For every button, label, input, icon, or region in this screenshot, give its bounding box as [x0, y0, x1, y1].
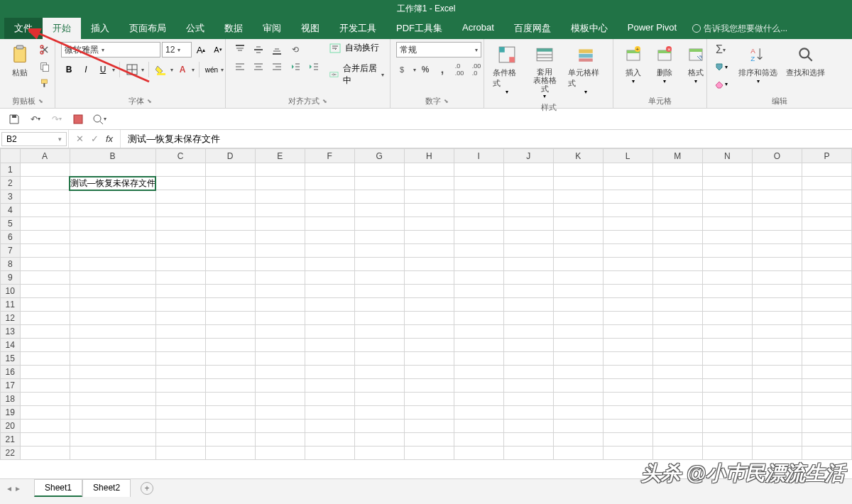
cell-M17[interactable]: [652, 379, 702, 393]
cell-L7[interactable]: [603, 244, 652, 258]
cell-L4[interactable]: [603, 204, 652, 217]
row-header-12[interactable]: 12: [1, 312, 21, 325]
tab-审阅[interactable]: 审阅: [253, 18, 291, 39]
cell-O14[interactable]: [752, 339, 802, 352]
cell-G11[interactable]: [354, 298, 404, 312]
cell-K13[interactable]: [553, 325, 603, 339]
undo-button[interactable]: ↶ ▾: [28, 112, 43, 126]
formula-input[interactable]: 测试—恢复未保存文件: [121, 133, 852, 146]
cell-K22[interactable]: [553, 447, 603, 460]
col-header-O[interactable]: O: [752, 149, 802, 163]
cell-K5[interactable]: [553, 217, 603, 231]
cell-O13[interactable]: [752, 325, 802, 339]
cell-I12[interactable]: [454, 312, 503, 325]
cell-B16[interactable]: [70, 366, 155, 379]
cell-B10[interactable]: [70, 285, 155, 298]
cell-G10[interactable]: [354, 285, 404, 298]
cell-J3[interactable]: [503, 190, 553, 204]
cell-I15[interactable]: [454, 352, 503, 366]
cell-E10[interactable]: [255, 285, 305, 298]
cell-E3[interactable]: [255, 190, 305, 204]
cell-J7[interactable]: [503, 244, 553, 258]
cell-N16[interactable]: [702, 366, 752, 379]
new-sheet-button[interactable]: +: [141, 482, 153, 495]
dialog-launcher-icon[interactable]: ⬊: [322, 98, 327, 104]
tab-数据[interactable]: 数据: [214, 18, 253, 39]
cell-F18[interactable]: [305, 393, 354, 406]
cell-B15[interactable]: [70, 352, 155, 366]
cell-P16[interactable]: [802, 366, 851, 379]
cell-O15[interactable]: [752, 352, 802, 366]
cell-H10[interactable]: [404, 285, 454, 298]
row-header-14[interactable]: 14: [1, 339, 21, 352]
cell-G19[interactable]: [354, 406, 404, 420]
cell-N5[interactable]: [702, 217, 752, 231]
cell-M4[interactable]: [652, 204, 702, 217]
cell-C1[interactable]: [155, 163, 205, 177]
tell-me[interactable]: 告诉我您想要做什么...: [692, 23, 787, 35]
cell-C19[interactable]: [155, 406, 205, 420]
cell-P22[interactable]: [802, 447, 851, 460]
decrease-decimal-button[interactable]: .00.0: [469, 62, 484, 77]
cell-H5[interactable]: [404, 217, 454, 231]
cell-B12[interactable]: [70, 312, 155, 325]
cell-F8[interactable]: [305, 258, 354, 271]
cell-K17[interactable]: [553, 379, 603, 393]
cell-O19[interactable]: [752, 406, 802, 420]
font-color-button[interactable]: A: [175, 62, 190, 77]
cell-J16[interactable]: [503, 366, 553, 379]
cell-K21[interactable]: [553, 433, 603, 447]
cell-G4[interactable]: [354, 204, 404, 217]
cell-K11[interactable]: [553, 298, 603, 312]
cell-F6[interactable]: [305, 231, 354, 244]
cell-A4[interactable]: [20, 204, 70, 217]
cell-P14[interactable]: [802, 339, 851, 352]
cell-D16[interactable]: [205, 366, 255, 379]
col-header-E[interactable]: E: [255, 149, 305, 163]
cell-O8[interactable]: [752, 258, 802, 271]
col-header-D[interactable]: D: [205, 149, 255, 163]
conditional-format-button[interactable]: 条件格式▾: [490, 42, 525, 97]
cell-J22[interactable]: [503, 447, 553, 460]
cell-K12[interactable]: [553, 312, 603, 325]
cell-G1[interactable]: [354, 163, 404, 177]
cell-I10[interactable]: [454, 285, 503, 298]
cell-G14[interactable]: [354, 339, 404, 352]
row-header-6[interactable]: 6: [1, 231, 21, 244]
cell-L11[interactable]: [603, 298, 652, 312]
col-header-B[interactable]: B: [70, 149, 155, 163]
cell-A20[interactable]: [20, 420, 70, 433]
cell-A13[interactable]: [20, 325, 70, 339]
cell-F1[interactable]: [305, 163, 354, 177]
cell-M15[interactable]: [652, 352, 702, 366]
cell-K8[interactable]: [553, 258, 603, 271]
col-header-H[interactable]: H: [404, 149, 454, 163]
cell-D17[interactable]: [205, 379, 255, 393]
cell-L12[interactable]: [603, 312, 652, 325]
cell-P7[interactable]: [802, 244, 851, 258]
cell-F4[interactable]: [305, 204, 354, 217]
cell-P1[interactable]: [802, 163, 851, 177]
cell-P12[interactable]: [802, 312, 851, 325]
cell-K16[interactable]: [553, 366, 603, 379]
decrease-indent-button[interactable]: [287, 59, 304, 75]
percent-button[interactable]: %: [417, 62, 433, 77]
cell-H22[interactable]: [404, 447, 454, 460]
cell-H14[interactable]: [404, 339, 454, 352]
cell-F12[interactable]: [305, 312, 354, 325]
cell-A1[interactable]: [20, 163, 70, 177]
cell-E15[interactable]: [255, 352, 305, 366]
col-header-J[interactable]: J: [503, 149, 553, 163]
cell-C4[interactable]: [155, 204, 205, 217]
increase-indent-button[interactable]: [305, 59, 322, 75]
cell-K14[interactable]: [553, 339, 603, 352]
cell-I3[interactable]: [454, 190, 503, 204]
cell-D3[interactable]: [205, 190, 255, 204]
cell-H4[interactable]: [404, 204, 454, 217]
cell-C3[interactable]: [155, 190, 205, 204]
cell-G21[interactable]: [354, 433, 404, 447]
cell-B4[interactable]: [70, 204, 155, 217]
cell-A3[interactable]: [20, 190, 70, 204]
cell-N21[interactable]: [702, 433, 752, 447]
tab-公式[interactable]: 公式: [176, 18, 214, 39]
